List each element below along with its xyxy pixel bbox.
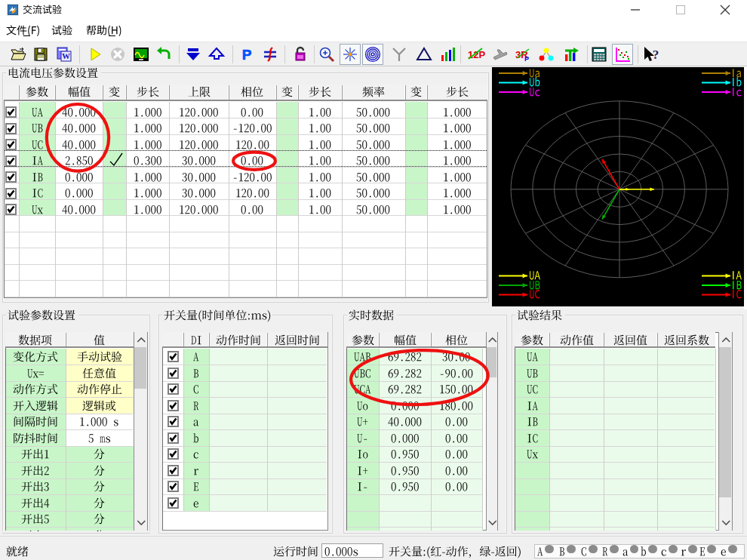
svg-text:?: ? bbox=[653, 48, 659, 62]
svg-text:12P: 12P bbox=[468, 49, 485, 60]
svg-text:P: P bbox=[524, 55, 529, 63]
svg-text:W: W bbox=[62, 51, 70, 60]
svg-text:P: P bbox=[242, 47, 252, 63]
